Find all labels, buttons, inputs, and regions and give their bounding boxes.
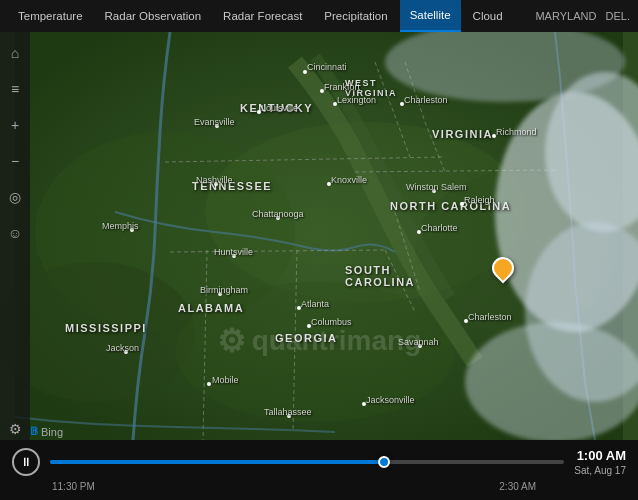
location-pin <box>492 257 514 279</box>
city-dot-louisville <box>257 110 261 114</box>
timeline-end-label: 2:30 AM <box>499 481 536 492</box>
city-dot-huntsville <box>232 254 236 258</box>
city-dot-nashville <box>214 182 218 186</box>
city-dot-cincinnati <box>303 70 307 74</box>
region-label: MARYLAND DEL. <box>535 10 638 22</box>
city-dot-memphis <box>130 228 134 232</box>
city-dot-jacksonville <box>362 402 366 406</box>
tab-precipitation[interactable]: Precipitation <box>314 0 397 32</box>
city-dot-mobile <box>207 382 211 386</box>
bing-b-icon: 𝔹 <box>30 425 38 438</box>
map-svg <box>0 32 638 440</box>
tab-radar-forecast[interactable]: Radar Forecast <box>213 0 312 32</box>
time-labels-row: 11:30 PM 2:30 AM <box>12 481 626 492</box>
city-dot-columbus <box>307 324 311 328</box>
bing-logo: 𝔹 Bing <box>30 425 63 438</box>
city-dot-savannah <box>418 344 422 348</box>
bing-label: Bing <box>41 426 63 438</box>
tab-radar-observation[interactable]: Radar Observation <box>95 0 212 32</box>
tab-satellite[interactable]: Satellite <box>400 0 461 32</box>
settings-icon[interactable]: ⚙ <box>4 418 26 440</box>
city-dot-lexington <box>333 102 337 106</box>
tab-temperature[interactable]: Temperature <box>8 0 93 32</box>
layers-icon[interactable]: ≡ <box>4 78 26 100</box>
city-dot-charleston-wv <box>400 102 404 106</box>
timeline-track[interactable] <box>50 460 564 464</box>
city-dot-birmingham <box>218 292 222 296</box>
city-dot-knoxville <box>327 182 331 186</box>
bottom-bar: ⏸ 1:00 AM Sat, Aug 17 11:30 PM 2:30 AM <box>0 440 638 500</box>
current-time: 1:00 AM <box>574 448 626 465</box>
city-dot-atlanta <box>297 306 301 310</box>
svg-point-5 <box>175 282 455 422</box>
left-sidebar: ⌂ ≡ + − ◎ ☺ ⚙ <box>0 32 30 440</box>
city-dot-tallahassee <box>287 414 291 418</box>
city-dot-chattanooga <box>276 216 280 220</box>
top-navigation: Temperature Radar Observation Radar Fore… <box>0 0 638 32</box>
location-icon[interactable]: ◎ <box>4 186 26 208</box>
nav-tabs: Temperature Radar Observation Radar Fore… <box>8 0 638 32</box>
city-dot-frankfort <box>320 89 324 93</box>
city-dot-charleston-sc <box>464 319 468 323</box>
timeline-thumb[interactable] <box>378 456 390 468</box>
tab-cloud[interactable]: Cloud <box>463 0 513 32</box>
time-display: 1:00 AM Sat, Aug 17 <box>574 448 626 478</box>
city-dot-richmond <box>492 134 496 138</box>
city-dot-jackson <box>124 350 128 354</box>
timeline-start-label: 11:30 PM <box>52 481 95 492</box>
zoom-out-icon[interactable]: − <box>4 150 26 172</box>
zoom-in-icon[interactable]: + <box>4 114 26 136</box>
city-dot-charlotte <box>417 230 421 234</box>
city-dot-evansville <box>215 124 219 128</box>
map-container[interactable]: KENTUCKY TENNESSEE ALABAMA MISSISSIPPI G… <box>0 32 638 440</box>
timeline-row: ⏸ 1:00 AM Sat, Aug 17 <box>12 448 626 478</box>
city-dot-raleigh <box>460 202 464 206</box>
timeline-fill <box>50 460 384 464</box>
current-date: Sat, Aug 17 <box>574 464 626 477</box>
home-icon[interactable]: ⌂ <box>4 42 26 64</box>
smile-icon[interactable]: ☺ <box>4 222 26 244</box>
city-dot-winston-salem <box>432 189 436 193</box>
play-pause-button[interactable]: ⏸ <box>12 448 40 476</box>
